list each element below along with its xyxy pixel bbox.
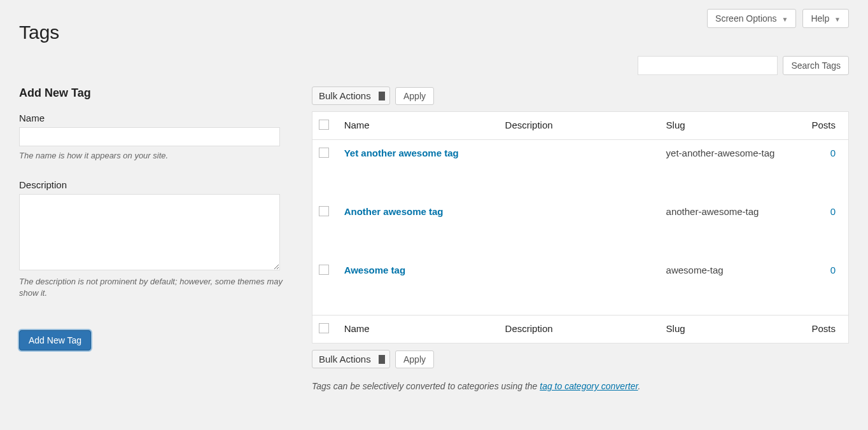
bulk-actions-select-wrap: Bulk Actions ▲▼ bbox=[312, 87, 390, 105]
name-input[interactable] bbox=[19, 127, 280, 146]
search-row: Search Tags bbox=[19, 56, 849, 75]
help-label: Help bbox=[811, 13, 829, 24]
bulk-actions-select[interactable]: Bulk Actions bbox=[312, 87, 390, 105]
row-checkbox[interactable] bbox=[319, 206, 329, 216]
col-footer-slug[interactable]: Slug bbox=[660, 316, 800, 343]
col-header-slug[interactable]: Slug bbox=[660, 112, 800, 140]
table-footer-row: Name Description Slug Posts bbox=[312, 316, 849, 343]
table-header-row: Name Description Slug Posts bbox=[312, 112, 849, 140]
col-header-description[interactable]: Description bbox=[499, 112, 660, 140]
select-all-checkbox-top[interactable] bbox=[319, 120, 329, 130]
search-tags-button[interactable]: Search Tags bbox=[783, 56, 849, 75]
tag-slug: awesome-tag bbox=[660, 257, 800, 316]
name-label: Name bbox=[19, 113, 286, 123]
tag-slug: another-awesome-tag bbox=[660, 198, 800, 257]
bulk-actions-top: Bulk Actions ▲▼ Apply bbox=[312, 87, 849, 105]
tag-description bbox=[499, 257, 660, 316]
main-columns: Add New Tag Name The name is how it appe… bbox=[19, 87, 849, 391]
bulk-actions-bottom: Bulk Actions ▲▼ Apply bbox=[312, 350, 849, 368]
help-button[interactable]: Help ▼ bbox=[802, 9, 849, 28]
screen-options-label: Screen Options bbox=[715, 13, 777, 24]
form-heading: Add New Tag bbox=[19, 87, 286, 100]
description-help: The description is not prominent by defa… bbox=[19, 276, 286, 299]
table-row: Yet another awesome tag yet-another-awes… bbox=[312, 140, 849, 198]
tag-posts-link[interactable]: 0 bbox=[830, 148, 836, 158]
converter-note: Tags can be selectively converted to cat… bbox=[312, 381, 849, 391]
row-checkbox[interactable] bbox=[319, 265, 329, 275]
note-suffix: . bbox=[638, 381, 641, 391]
select-all-checkbox-bottom[interactable] bbox=[319, 323, 329, 333]
screen-options-button[interactable]: Screen Options ▼ bbox=[707, 9, 796, 28]
col-footer-description[interactable]: Description bbox=[499, 316, 660, 343]
description-input[interactable] bbox=[19, 194, 280, 270]
col-header-name[interactable]: Name bbox=[338, 112, 499, 140]
tag-to-category-converter-link[interactable]: tag to category converter bbox=[540, 381, 638, 391]
tag-name-link[interactable]: Awesome tag bbox=[344, 265, 405, 275]
bulk-actions-select-wrap: Bulk Actions ▲▼ bbox=[312, 350, 390, 368]
row-checkbox[interactable] bbox=[319, 148, 329, 158]
tag-posts-link[interactable]: 0 bbox=[830, 265, 836, 275]
add-new-tag-form: Add New Tag Name The name is how it appe… bbox=[19, 87, 286, 350]
add-new-tag-button[interactable]: Add New Tag bbox=[19, 330, 91, 350]
col-footer-name[interactable]: Name bbox=[338, 316, 499, 343]
tags-list-area: Bulk Actions ▲▼ Apply Name Description S… bbox=[312, 87, 849, 391]
top-controls: Screen Options ▼ Help ▼ bbox=[707, 9, 849, 28]
tag-slug: yet-another-awesome-tag bbox=[660, 140, 800, 198]
tag-posts-link[interactable]: 0 bbox=[830, 206, 836, 217]
name-help: The name is how it appears on your site. bbox=[19, 150, 286, 162]
note-prefix: Tags can be selectively converted to cat… bbox=[312, 381, 540, 391]
tag-description bbox=[499, 198, 660, 257]
apply-button-top[interactable]: Apply bbox=[395, 87, 434, 105]
tag-name-link[interactable]: Another awesome tag bbox=[344, 206, 444, 217]
search-input[interactable] bbox=[638, 56, 778, 75]
tags-table: Name Description Slug Posts Yet another … bbox=[312, 111, 849, 343]
table-row: Another awesome tag another-awesome-tag … bbox=[312, 198, 849, 257]
bulk-actions-select-bottom[interactable]: Bulk Actions bbox=[312, 350, 390, 368]
col-footer-posts[interactable]: Posts bbox=[800, 316, 849, 343]
apply-button-bottom[interactable]: Apply bbox=[395, 350, 434, 368]
description-label: Description bbox=[19, 179, 286, 190]
chevron-down-icon: ▼ bbox=[782, 16, 788, 23]
tag-description bbox=[499, 140, 660, 198]
chevron-down-icon: ▼ bbox=[834, 16, 841, 23]
table-row: Awesome tag awesome-tag 0 bbox=[312, 257, 849, 316]
col-header-posts[interactable]: Posts bbox=[800, 112, 849, 140]
tag-name-link[interactable]: Yet another awesome tag bbox=[344, 148, 459, 158]
